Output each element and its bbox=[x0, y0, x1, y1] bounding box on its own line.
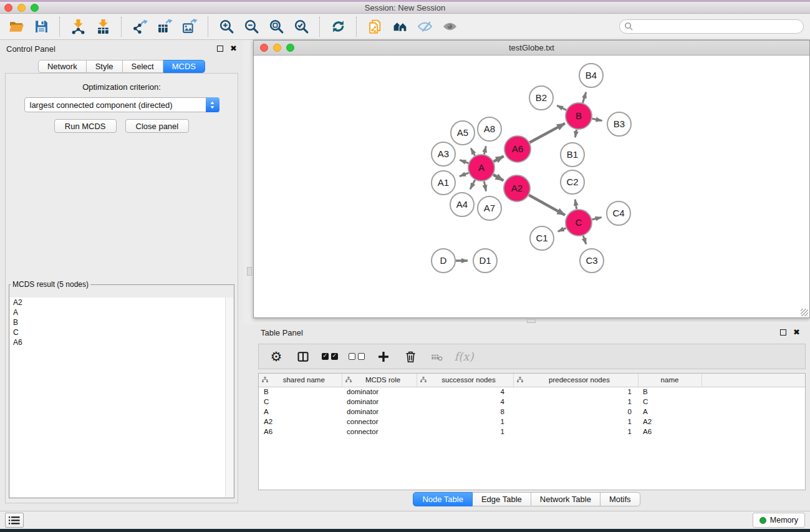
graph-edge-B-B2[interactable] bbox=[557, 105, 566, 110]
tab-style[interactable]: Style bbox=[87, 60, 123, 73]
table-cell[interactable]: 1 bbox=[513, 397, 638, 407]
graph-node-B[interactable]: B bbox=[566, 103, 592, 129]
graph-node-C1[interactable]: C1 bbox=[530, 226, 554, 250]
table-cell[interactable]: A6 bbox=[259, 427, 342, 437]
table-cell[interactable]: 1 bbox=[513, 427, 638, 437]
refresh-view-button[interactable] bbox=[325, 16, 350, 38]
table-cell[interactable]: A6 bbox=[638, 427, 702, 437]
mcds-result-item[interactable]: A2 bbox=[10, 297, 233, 307]
import-table-button[interactable] bbox=[90, 16, 115, 38]
column-header-successor-nodes[interactable]: successor nodes bbox=[417, 374, 513, 387]
table-cell[interactable]: 8 bbox=[417, 407, 513, 417]
graph-node-C[interactable]: C bbox=[566, 210, 592, 236]
graph-edge-A2-C[interactable] bbox=[529, 195, 565, 215]
table-cell[interactable]: A2 bbox=[638, 417, 702, 427]
vertical-splitter-handle[interactable] bbox=[247, 267, 252, 276]
graph-edge-A6-B[interactable] bbox=[529, 123, 565, 143]
task-history-button[interactable] bbox=[5, 513, 24, 528]
column-header-predecessor-nodes[interactable]: predecessor nodes bbox=[513, 374, 638, 387]
graph-node-A6[interactable]: A6 bbox=[504, 136, 531, 162]
graph-node-A4[interactable]: A4 bbox=[450, 193, 474, 216]
float-panel-icon[interactable] bbox=[217, 46, 223, 52]
select-all-button[interactable] bbox=[319, 346, 341, 367]
graph-edge-B-B4[interactable] bbox=[582, 92, 586, 103]
table-row[interactable]: Bdominator41B bbox=[259, 387, 805, 397]
tab-edge-table[interactable]: Edge Table bbox=[473, 492, 531, 506]
graph-node-A1[interactable]: A1 bbox=[432, 171, 455, 195]
close-table-panel-icon[interactable]: ✖ bbox=[793, 329, 800, 336]
graph-edge-C-C3[interactable] bbox=[583, 236, 586, 244]
tab-select[interactable]: Select bbox=[123, 60, 163, 73]
table-row[interactable]: A6connector11A6 bbox=[259, 427, 805, 437]
graph-edge-A-A8[interactable] bbox=[485, 146, 486, 154]
table-row[interactable]: Cdominator41C bbox=[259, 397, 805, 407]
network-window-titlebar[interactable]: testGlobe.txt bbox=[254, 41, 809, 56]
hide-graphics-details-button[interactable] bbox=[412, 16, 437, 38]
zoom-out-button[interactable] bbox=[239, 16, 264, 38]
graph-node-D1[interactable]: D1 bbox=[473, 249, 497, 273]
show-graphics-details-button[interactable] bbox=[437, 16, 462, 38]
graph-edge-C-C2[interactable] bbox=[575, 200, 576, 210]
open-session-button[interactable] bbox=[4, 16, 29, 38]
deselect-all-button[interactable] bbox=[345, 346, 368, 367]
memory-button[interactable]: Memory bbox=[753, 513, 805, 528]
float-table-panel-icon[interactable] bbox=[780, 329, 786, 336]
delete-table-button[interactable] bbox=[426, 346, 448, 367]
mcds-result-item[interactable]: A bbox=[10, 307, 233, 317]
table-cell[interactable]: A2 bbox=[259, 417, 342, 427]
graph-node-B4[interactable]: B4 bbox=[579, 64, 603, 87]
table-options-button[interactable]: ⚙ bbox=[265, 346, 287, 367]
search-input[interactable] bbox=[619, 19, 804, 34]
graph-node-B3[interactable]: B3 bbox=[607, 112, 631, 136]
export-table-button[interactable] bbox=[152, 16, 177, 38]
table-row[interactable]: Adominator80A bbox=[259, 407, 805, 417]
column-header-mcds-role[interactable]: MCDS role bbox=[342, 374, 417, 387]
graph-edge-C-C1[interactable] bbox=[558, 228, 566, 231]
run-mcds-button[interactable]: Run MCDS bbox=[54, 119, 117, 133]
show-columns-button[interactable] bbox=[292, 346, 314, 367]
table-row[interactable]: A2connector11A2 bbox=[259, 417, 805, 427]
graph-edge-A-A1[interactable] bbox=[460, 173, 468, 177]
function-builder-button[interactable]: f(x) bbox=[453, 346, 475, 367]
graph-node-A5[interactable]: A5 bbox=[451, 121, 475, 145]
export-network-button[interactable] bbox=[127, 16, 152, 38]
export-image-button[interactable] bbox=[177, 16, 202, 38]
graph-edge-A-A4[interactable] bbox=[470, 180, 475, 189]
table-cell[interactable]: C bbox=[638, 397, 702, 407]
result-scrollbar[interactable] bbox=[225, 297, 233, 497]
graph-node-D[interactable]: D bbox=[432, 249, 455, 273]
graph-node-B1[interactable]: B1 bbox=[561, 143, 584, 167]
table-cell[interactable]: 1 bbox=[417, 417, 513, 427]
table-cell[interactable]: A bbox=[638, 407, 702, 417]
table-cell[interactable]: dominator bbox=[342, 387, 417, 397]
table-cell[interactable]: 4 bbox=[417, 387, 513, 397]
table-cell[interactable]: 0 bbox=[513, 407, 638, 417]
table-cell[interactable]: dominator bbox=[342, 407, 417, 417]
table-cell[interactable]: 1 bbox=[513, 387, 638, 397]
zoom-selected-button[interactable] bbox=[289, 16, 314, 38]
graph-node-A[interactable]: A bbox=[468, 155, 494, 181]
graph-node-C4[interactable]: C4 bbox=[607, 201, 630, 225]
window-resize-grip[interactable] bbox=[801, 309, 808, 316]
table-cell[interactable]: connector bbox=[342, 417, 417, 427]
show-all-button[interactable] bbox=[387, 16, 412, 38]
mcds-result-item[interactable]: B bbox=[10, 317, 233, 327]
tab-mcds[interactable]: MCDS bbox=[163, 60, 205, 73]
zoom-fit-button[interactable] bbox=[264, 16, 289, 38]
tab-network-table[interactable]: Network Table bbox=[531, 492, 600, 506]
mcds-result-item[interactable]: A6 bbox=[10, 337, 233, 347]
table-cell[interactable]: 4 bbox=[417, 397, 513, 407]
graph-edge-A-A2[interactable] bbox=[493, 175, 503, 180]
column-header-name[interactable]: name bbox=[638, 374, 702, 387]
save-session-button[interactable] bbox=[29, 16, 54, 38]
delete-columns-button[interactable] bbox=[399, 346, 422, 367]
column-header-shared-name[interactable]: shared name bbox=[259, 374, 342, 387]
graph-node-A2[interactable]: A2 bbox=[504, 175, 530, 201]
horizontal-splitter-handle[interactable] bbox=[527, 319, 536, 323]
mcds-result-item[interactable]: C bbox=[10, 327, 233, 337]
graph-edge-C-C4[interactable] bbox=[592, 217, 601, 220]
tab-motifs[interactable]: Motifs bbox=[600, 492, 640, 506]
graph-node-C2[interactable]: C2 bbox=[561, 170, 584, 194]
graph-node-B2[interactable]: B2 bbox=[529, 86, 553, 110]
graph-edge-B-B1[interactable] bbox=[575, 130, 576, 138]
